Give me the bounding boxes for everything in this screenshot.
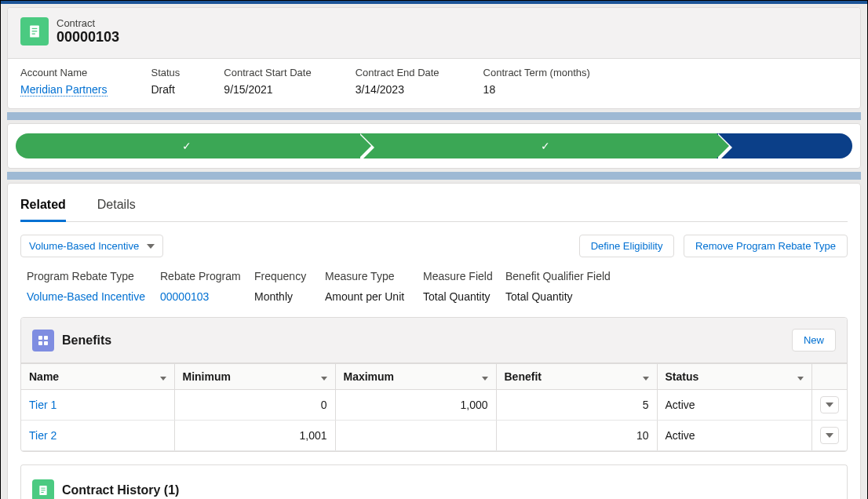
col-benefit: Benefit: [505, 370, 542, 383]
define-eligibility-button[interactable]: Define Eligibility: [579, 235, 675, 257]
caret-down-icon: [826, 402, 833, 407]
row-menu-button[interactable]: [820, 396, 839, 413]
benefit-status: Active: [657, 421, 812, 451]
table-row: Tier 2 1,001 10 Active: [21, 421, 847, 451]
measure-field-value: Total Quantity: [423, 290, 505, 303]
sort-icon[interactable]: [160, 370, 166, 383]
sort-icon[interactable]: [482, 370, 488, 383]
meta-header: Rebate Program: [160, 270, 254, 282]
table-row: Tier 1 0 1,000 5 Active: [21, 390, 847, 421]
row-menu-button[interactable]: [820, 427, 839, 444]
benefits-icon: [32, 330, 54, 351]
benefit-name-link[interactable]: Tier 2: [29, 429, 57, 442]
start-date-value: 9/15/2021: [224, 83, 311, 96]
col-min: Minimum: [183, 370, 231, 383]
caret-down-icon: [826, 433, 833, 438]
svg-rect-1: [32, 28, 38, 29]
svg-rect-4: [38, 336, 42, 340]
tab-related[interactable]: Related: [20, 190, 66, 222]
benefits-title: Benefits: [62, 333, 111, 348]
benefits-table: Name Minimum Maximum Benefit Status Tier…: [21, 363, 847, 451]
rebate-program-link[interactable]: 00000103: [160, 290, 254, 303]
contract-history-section: Contract History (1): [20, 464, 848, 499]
contract-history-icon: [32, 479, 54, 499]
meta-header: Program Rebate Type: [27, 270, 160, 282]
col-status: Status: [666, 370, 699, 383]
meta-header: Measure Type: [325, 270, 423, 282]
term-value: 18: [483, 83, 590, 96]
benefit-value: 5: [496, 390, 657, 421]
svg-rect-7: [44, 341, 48, 345]
meta-header: Benefit Qualifier Field: [505, 270, 611, 282]
benefit-status: Active: [657, 390, 812, 421]
path-card: ✓ ✓: [7, 123, 861, 169]
tab-details[interactable]: Details: [97, 190, 136, 221]
col-name: Name: [29, 370, 59, 383]
svg-rect-10: [41, 490, 45, 490]
benefit-name-link[interactable]: Tier 1: [29, 399, 57, 411]
path-stage-2[interactable]: ✓: [359, 133, 717, 158]
remove-program-rebate-type-button[interactable]: Remove Program Rebate Type: [684, 235, 848, 257]
frequency-value: Monthly: [254, 290, 325, 303]
sort-icon[interactable]: [321, 370, 327, 383]
top-border: [1, 1, 867, 4]
contract-history-title: Contract History (1): [62, 483, 179, 497]
benefit-min: 0: [174, 390, 335, 421]
account-name-link[interactable]: Meridian Partners: [20, 83, 108, 97]
field-label-status: Status: [151, 67, 181, 78]
svg-rect-9: [41, 488, 45, 489]
field-label-term: Contract Term (months): [483, 67, 590, 78]
meta-header: Frequency: [254, 270, 325, 282]
record-title: 00000103: [57, 29, 119, 46]
path-progress: ✓ ✓: [16, 133, 852, 158]
contract-icon: [20, 17, 49, 46]
picker-label: Volume-Based Incentive: [29, 240, 139, 252]
benefit-max: 1,000: [335, 390, 496, 421]
path-stage-3[interactable]: [717, 133, 852, 158]
tabset: Related Details: [20, 184, 848, 222]
new-benefit-button[interactable]: New: [792, 329, 836, 351]
status-value: Draft: [151, 83, 181, 96]
svg-rect-5: [44, 336, 48, 340]
sort-icon[interactable]: [797, 370, 804, 383]
check-icon: ✓: [182, 140, 191, 152]
separator-band: [7, 112, 861, 120]
main-content-card: Related Details Volume-Based Incentive D…: [7, 183, 861, 499]
svg-rect-11: [41, 492, 43, 493]
svg-rect-6: [38, 341, 42, 345]
record-type-label: Contract: [57, 17, 119, 29]
field-label-start-date: Contract Start Date: [224, 67, 311, 78]
measure-type-value: Amount per Unit: [325, 290, 423, 303]
col-max: Maximum: [344, 370, 395, 383]
benefits-section: Benefits New Name Minimum Maximum Benefi…: [20, 317, 848, 452]
benefit-min: 1,001: [174, 421, 335, 451]
caret-down-icon: [147, 244, 155, 249]
meta-header: Measure Field: [423, 270, 505, 282]
benefit-max: [335, 421, 496, 451]
rebate-type-picker[interactable]: Volume-Based Incentive: [20, 235, 163, 257]
check-icon: ✓: [541, 140, 550, 152]
record-header-card: Contract 00000103 Account Name Meridian …: [7, 7, 861, 109]
benefit-value: 10: [496, 421, 657, 451]
program-rebate-type-link[interactable]: Volume-Based Incentive: [27, 290, 160, 303]
field-label-account-name: Account Name: [20, 67, 108, 78]
path-stage-1[interactable]: ✓: [16, 133, 359, 158]
field-label-end-date: Contract End Date: [356, 67, 439, 78]
benefit-qualifier-value: Total Quantity: [505, 290, 611, 303]
svg-rect-2: [32, 31, 38, 31]
rebate-meta-table: Program Rebate Type Rebate Program Frequ…: [20, 270, 848, 303]
separator-band: [7, 172, 861, 180]
svg-rect-3: [32, 34, 35, 35]
sort-icon[interactable]: [643, 370, 649, 383]
end-date-value: 3/14/2023: [356, 83, 439, 96]
